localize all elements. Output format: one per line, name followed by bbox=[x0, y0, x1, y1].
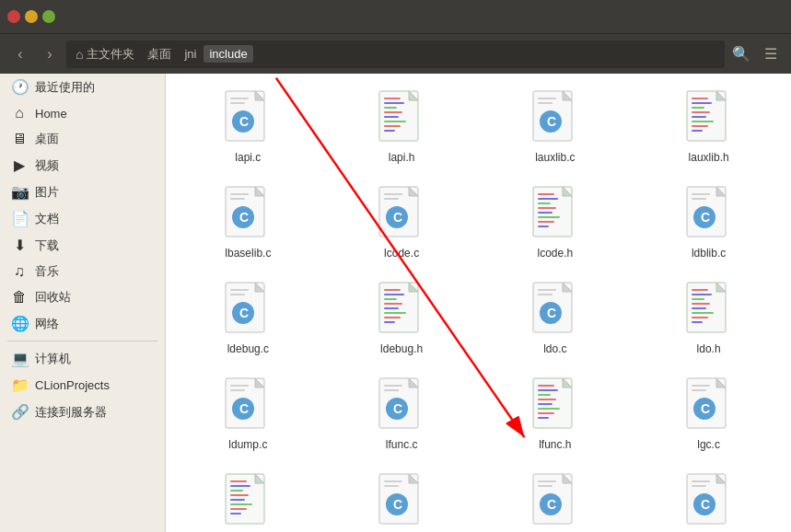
sidebar-label-pictures: 图片 bbox=[35, 184, 59, 201]
c-file-icon: C bbox=[378, 186, 425, 243]
sidebar-item-documents[interactable]: 📄 文档 bbox=[0, 205, 165, 232]
file-item[interactable]: C ldump.c bbox=[175, 370, 321, 458]
svg-rect-103 bbox=[692, 312, 714, 314]
svg-rect-43 bbox=[230, 193, 249, 195]
svg-rect-57 bbox=[538, 202, 551, 204]
sidebar-item-recent[interactable]: 🕐 最近使用的 bbox=[0, 74, 165, 100]
svg-rect-37 bbox=[692, 130, 703, 132]
svg-rect-93 bbox=[538, 289, 556, 291]
svg-rect-154 bbox=[384, 480, 402, 482]
sidebar-item-home[interactable]: ⌂ Home bbox=[0, 100, 165, 126]
file-item[interactable]: C lgc.c bbox=[635, 370, 782, 458]
svg-rect-125 bbox=[538, 394, 551, 396]
h-file-icon bbox=[685, 282, 733, 339]
view-toggle-button[interactable]: ☰ bbox=[758, 41, 784, 67]
svg-rect-100 bbox=[692, 298, 704, 300]
file-item[interactable]: ldebug.h bbox=[329, 274, 475, 363]
svg-rect-127 bbox=[538, 403, 553, 405]
file-item[interactable]: C lapi.c bbox=[175, 83, 321, 171]
file-name: lbaselib.c bbox=[225, 247, 271, 260]
back-button[interactable]: ‹ bbox=[7, 41, 33, 67]
file-item[interactable]: C lauxlib.c bbox=[483, 83, 629, 171]
file-name: lauxlib.c bbox=[535, 151, 575, 164]
sidebar-item-pictures[interactable]: 📷 图片 bbox=[0, 179, 165, 205]
svg-text:C: C bbox=[393, 210, 402, 225]
window-controls bbox=[7, 10, 55, 23]
close-button[interactable] bbox=[7, 10, 20, 23]
svg-rect-137 bbox=[692, 389, 706, 391]
svg-rect-118 bbox=[384, 385, 402, 387]
sidebar-item-trash[interactable]: 🗑 回收站 bbox=[0, 284, 165, 310]
file-item[interactable]: C ldblib.c bbox=[635, 179, 782, 267]
sidebar-item-desktop[interactable]: 🖥 桌面 bbox=[0, 126, 165, 152]
c-file-icon: C bbox=[685, 377, 733, 434]
minimize-button[interactable] bbox=[25, 10, 38, 23]
file-name: ldebug.h bbox=[380, 342, 423, 355]
sidebar-item-video[interactable]: ▶ 视频 bbox=[0, 152, 165, 179]
sidebar-item-connect[interactable]: 🔗 连接到服务器 bbox=[0, 399, 165, 425]
sidebar-item-downloads[interactable]: ⬇ 下载 bbox=[0, 232, 165, 259]
sidebar-item-music[interactable]: ♫ 音乐 bbox=[0, 259, 165, 284]
sidebar-divider bbox=[7, 341, 157, 341]
c-file-icon: C bbox=[531, 90, 579, 147]
search-button[interactable]: 🔍 bbox=[728, 41, 754, 67]
svg-rect-17 bbox=[384, 121, 406, 122]
svg-text:C: C bbox=[239, 210, 249, 225]
svg-text:C: C bbox=[239, 114, 249, 129]
svg-rect-169 bbox=[692, 485, 706, 487]
file-name: ldo.c bbox=[543, 342, 566, 355]
file-grid: C lapi.c lapi.h C lauxlib.c bbox=[175, 83, 782, 532]
svg-rect-130 bbox=[538, 417, 549, 419]
file-item[interactable]: C lcode.c bbox=[329, 179, 475, 267]
file-item[interactable]: C lfunc.c bbox=[329, 370, 475, 458]
forward-button[interactable]: › bbox=[37, 41, 63, 67]
file-item[interactable]: C lbaselib.c bbox=[175, 179, 321, 267]
svg-rect-59 bbox=[538, 212, 553, 214]
breadcrumb-desktop[interactable]: 桌面 bbox=[142, 44, 177, 64]
music-icon: ♫ bbox=[11, 263, 28, 280]
h-file-icon bbox=[378, 90, 425, 147]
sidebar-label-network: 网络 bbox=[35, 316, 59, 332]
breadcrumb-jni[interactable]: jni bbox=[179, 45, 202, 63]
file-item[interactable]: C llex.c bbox=[635, 466, 782, 532]
sidebar-item-network[interactable]: 🌐 网络 bbox=[0, 310, 165, 337]
file-item[interactable]: lauxlib.h bbox=[635, 83, 782, 171]
breadcrumb-home[interactable]: ⌂ 主文件夹 bbox=[70, 44, 140, 64]
svg-text:C: C bbox=[547, 306, 556, 320]
c-file-icon: C bbox=[685, 473, 733, 530]
svg-rect-162 bbox=[538, 485, 553, 487]
svg-rect-76 bbox=[230, 294, 245, 295]
file-item[interactable]: C liolib.c bbox=[483, 466, 629, 532]
breadcrumb-jni-label: jni bbox=[184, 47, 196, 61]
svg-rect-111 bbox=[230, 385, 249, 387]
file-item[interactable]: C ldo.c bbox=[483, 274, 629, 363]
h-file-icon bbox=[531, 377, 579, 434]
sidebar-item-clion[interactable]: 📁 CLionProjects bbox=[0, 372, 165, 399]
c-file-icon: C bbox=[685, 186, 733, 243]
h-file-icon bbox=[378, 282, 425, 339]
svg-rect-25 bbox=[538, 98, 556, 99]
svg-rect-84 bbox=[384, 307, 399, 309]
sidebar-label-connect: 连接到服务器 bbox=[35, 404, 107, 421]
svg-rect-44 bbox=[230, 198, 245, 200]
svg-rect-102 bbox=[692, 307, 706, 309]
file-item[interactable]: lgc.h bbox=[175, 466, 321, 532]
file-item[interactable]: C ldebug.c bbox=[175, 274, 321, 363]
file-item[interactable]: lfunc.h bbox=[483, 370, 629, 458]
file-item[interactable]: lcode.h bbox=[483, 179, 629, 267]
file-item[interactable]: C linit.c bbox=[329, 466, 475, 532]
maximize-button[interactable] bbox=[42, 10, 55, 23]
svg-rect-13 bbox=[384, 102, 404, 104]
file-item[interactable]: lapi.h bbox=[329, 83, 475, 171]
file-item[interactable]: ldo.h bbox=[635, 274, 782, 363]
c-file-icon: C bbox=[224, 282, 272, 339]
file-area: C lapi.c lapi.h C lauxlib.c bbox=[166, 74, 791, 532]
svg-rect-98 bbox=[692, 289, 708, 291]
breadcrumb-include[interactable]: include bbox=[204, 45, 252, 63]
sidebar-item-computer[interactable]: 💻 计算机 bbox=[0, 345, 165, 372]
main-content: 🕐 最近使用的 ⌂ Home 🖥 桌面 ▶ 视频 📷 图片 📄 文档 ⬇ 下载 … bbox=[0, 74, 791, 532]
breadcrumb: ⌂ 主文件夹 桌面 jni include bbox=[66, 40, 725, 68]
h-file-icon bbox=[685, 90, 733, 147]
svg-rect-12 bbox=[384, 98, 401, 99]
svg-rect-155 bbox=[384, 485, 399, 487]
